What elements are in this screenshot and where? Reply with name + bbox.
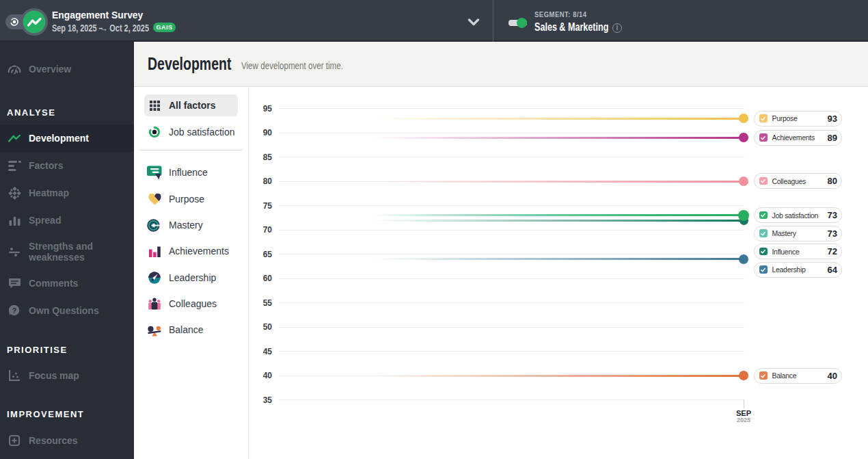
svg-text:?: ? <box>12 306 16 315</box>
